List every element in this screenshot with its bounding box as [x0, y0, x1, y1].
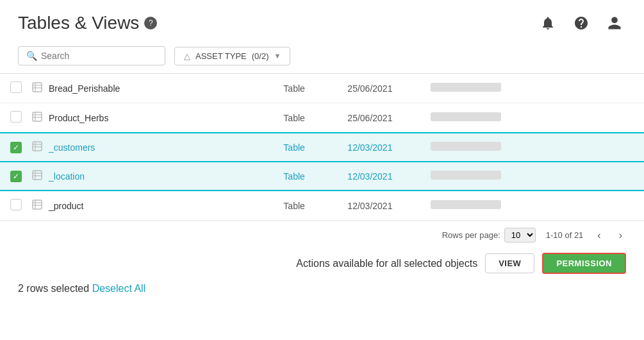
- table-footer: Rows per page: 10 25 50 1-10 of 21 ‹ ›: [0, 221, 644, 249]
- search-box: 🔍: [18, 46, 165, 65]
- title-help-icon[interactable]: ?: [144, 17, 157, 30]
- row-name-text: Product_Herbs: [49, 113, 108, 123]
- row-date: 25/06/2021: [347, 83, 392, 94]
- row-type: Table: [283, 142, 304, 153]
- filter-icon: △: [184, 51, 190, 61]
- search-icon: 🔍: [26, 51, 37, 61]
- row-blurred-cell: [420, 162, 644, 191]
- svg-rect-4: [33, 112, 42, 121]
- row-date-cell: 25/06/2021: [337, 103, 420, 133]
- data-table: Bread_Perishable Table25/06/2021 Product…: [0, 74, 644, 221]
- blurred-value: [431, 112, 501, 121]
- table-row[interactable]: _product Table12/03/2021: [0, 191, 644, 221]
- asset-type-filter-btn[interactable]: △ ASSET TYPE (0/2) ▼: [174, 47, 290, 65]
- blurred-value: [431, 171, 501, 180]
- row-name-link[interactable]: _location: [49, 171, 85, 182]
- actions-bar: Actions available for all selected objec…: [0, 249, 644, 280]
- page-title: Tables & Views ?: [18, 13, 157, 33]
- row-date: 12/03/2021: [347, 201, 392, 211]
- row-name-text: _product: [49, 201, 83, 211]
- permission-button[interactable]: PERMISSION: [542, 253, 626, 274]
- row-checkbox[interactable]: ✓: [0, 133, 32, 162]
- row-name-cell: Bread_Perishable: [32, 74, 273, 103]
- row-type-cell: Table: [273, 191, 337, 221]
- svg-rect-12: [33, 171, 42, 180]
- row-blurred-cell: [420, 103, 644, 133]
- row-type: Table: [283, 83, 304, 94]
- row-name-cell: _location: [32, 162, 273, 191]
- unchecked-icon: [10, 199, 22, 210]
- checked-icon: ✓: [10, 142, 22, 153]
- row-type-cell: Table: [273, 103, 337, 133]
- search-input[interactable]: [41, 51, 157, 61]
- blurred-value: [431, 142, 501, 151]
- svg-rect-8: [33, 142, 42, 151]
- blurred-value: [431, 200, 501, 209]
- pagination-info: 1-10 of 21: [546, 230, 584, 240]
- user-icon-btn[interactable]: [603, 12, 626, 35]
- row-type: Table: [283, 171, 304, 182]
- filter-count: (0/2): [252, 51, 269, 61]
- row-type: Table: [283, 113, 304, 123]
- table-icon: [32, 141, 42, 153]
- deselect-all-link[interactable]: Deselect All: [92, 283, 146, 294]
- pagination-prev-btn[interactable]: ‹: [593, 228, 604, 242]
- row-name-cell: Product_Herbs: [32, 103, 273, 133]
- row-type-cell: Table: [273, 162, 337, 191]
- row-checkbox[interactable]: [0, 74, 32, 103]
- checked-icon: ✓: [10, 171, 22, 182]
- row-blurred-cell: [420, 133, 644, 162]
- top-icon-bar: [536, 12, 626, 35]
- title-text: Tables & Views: [18, 13, 139, 33]
- row-name-cell: _customers: [32, 133, 273, 162]
- row-name-link[interactable]: _customers: [49, 142, 95, 153]
- table-row[interactable]: ✓ _customers Table12/03/2021: [0, 133, 644, 162]
- blurred-value: [431, 83, 501, 92]
- table-icon: [32, 170, 42, 182]
- row-type: Table: [283, 201, 304, 211]
- row-type-cell: Table: [273, 133, 337, 162]
- row-checkbox[interactable]: [0, 103, 32, 133]
- row-date: 25/06/2021: [347, 113, 392, 123]
- table-row[interactable]: ✓ _location Table12/03/2021: [0, 162, 644, 191]
- bell-icon: [540, 15, 556, 31]
- chevron-down-icon: ▼: [274, 52, 281, 60]
- row-date-cell: 25/06/2021: [337, 74, 420, 103]
- notification-icon-btn[interactable]: [536, 12, 559, 35]
- pagination-next-btn[interactable]: ›: [615, 228, 626, 242]
- table-container: Bread_Perishable Table25/06/2021 Product…: [0, 73, 644, 221]
- unchecked-icon: [10, 81, 22, 93]
- selected-info: 2 rows selected Deselect All: [18, 283, 145, 294]
- actions-label: Actions available for all selected objec…: [296, 258, 477, 269]
- row-blurred-cell: [420, 191, 644, 221]
- help-icon-btn[interactable]: [570, 12, 593, 35]
- row-type-cell: Table: [273, 74, 337, 103]
- row-date-cell: 12/03/2021: [337, 133, 420, 162]
- rows-per-page-control: Rows per page: 10 25 50: [442, 228, 536, 242]
- row-date-cell: 12/03/2021: [337, 191, 420, 221]
- table-row[interactable]: Product_Herbs Table25/06/2021: [0, 103, 644, 133]
- bottom-bar: 2 rows selected Deselect All: [0, 280, 644, 297]
- table-icon: [32, 82, 42, 94]
- row-checkbox[interactable]: [0, 191, 32, 221]
- user-icon: [607, 15, 622, 31]
- svg-rect-0: [33, 83, 42, 92]
- rows-per-page-label: Rows per page:: [442, 230, 500, 240]
- row-name-cell: _product: [32, 191, 273, 221]
- filter-label: ASSET TYPE: [195, 51, 247, 61]
- question-icon: [574, 15, 589, 31]
- row-checkbox[interactable]: ✓: [0, 162, 32, 191]
- table-icon: [32, 200, 42, 212]
- selected-count-text: 2 rows selected: [18, 283, 89, 294]
- rows-per-page-select[interactable]: 10 25 50: [504, 228, 536, 242]
- table-icon: [32, 112, 42, 124]
- svg-rect-16: [33, 200, 42, 209]
- table-row[interactable]: Bread_Perishable Table25/06/2021: [0, 74, 644, 103]
- unchecked-icon: [10, 111, 22, 123]
- view-button[interactable]: VIEW: [485, 253, 534, 273]
- row-date: 12/03/2021: [347, 142, 392, 153]
- row-date-cell: 12/03/2021: [337, 162, 420, 191]
- row-blurred-cell: [420, 74, 644, 103]
- row-name-text: Bread_Perishable: [49, 83, 120, 94]
- row-date: 12/03/2021: [347, 171, 392, 182]
